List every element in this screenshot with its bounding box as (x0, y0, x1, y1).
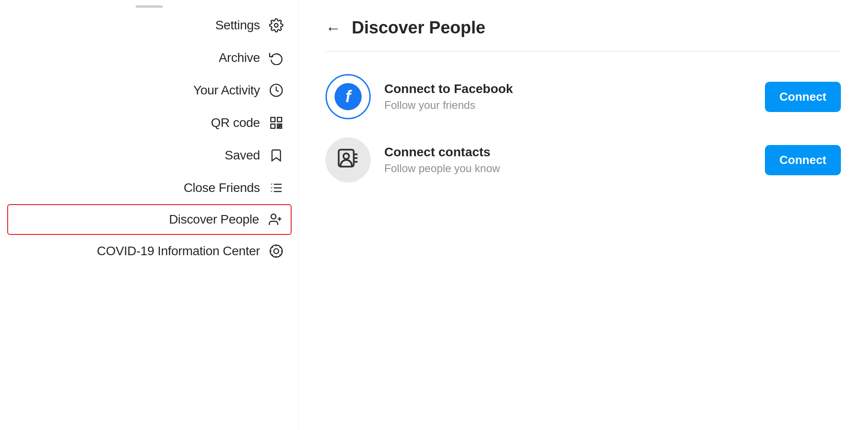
facebook-connect-subtitle: Follow your friends (384, 99, 751, 112)
sidebar-item-your-activity[interactable]: Your Activity (0, 74, 284, 107)
svg-rect-6 (278, 124, 279, 126)
back-button[interactable]: ← (326, 20, 341, 36)
facebook-connect-button[interactable]: Connect (765, 82, 841, 112)
svg-line-25 (272, 247, 273, 248)
contacts-connect-subtitle: Follow people you know (384, 162, 751, 175)
covid-icon (268, 243, 284, 259)
contacts-connect-button[interactable]: Connect (765, 145, 841, 175)
contacts-connect-title: Connect contacts (384, 145, 751, 159)
svg-rect-4 (278, 117, 282, 122)
sidebar-item-settings[interactable]: Settings (0, 9, 284, 42)
archive-icon (268, 50, 284, 66)
qr-code-icon (268, 115, 284, 131)
svg-rect-5 (271, 124, 275, 128)
svg-rect-8 (278, 127, 279, 128)
svg-point-20 (274, 249, 279, 254)
page-title: Discover People (352, 18, 486, 37)
saved-icon (268, 147, 284, 164)
settings-icon (268, 17, 284, 33)
facebook-connect-title: Connect to Facebook (384, 82, 751, 96)
contacts-icon-circle (326, 137, 371, 182)
contacts-icon (337, 147, 359, 173)
svg-line-28 (280, 247, 281, 248)
facebook-connect-text: Connect to Facebook Follow your friends (384, 82, 751, 112)
svg-point-0 (274, 23, 278, 27)
sidebar-item-close-friends[interactable]: Close Friends (0, 172, 284, 204)
svg-rect-7 (280, 124, 282, 126)
sidebar-item-saved[interactable]: Saved (0, 139, 284, 172)
contacts-connect-text: Connect contacts Follow people you know (384, 145, 751, 175)
discover-people-icon (267, 211, 283, 228)
svg-point-16 (271, 214, 276, 219)
svg-marker-15 (271, 190, 273, 192)
facebook-icon-circle: f (326, 74, 371, 119)
drag-handle (136, 5, 163, 8)
sidebar-item-archive[interactable]: Archive (0, 42, 284, 74)
svg-rect-3 (271, 117, 275, 122)
connect-contacts-option: Connect contacts Follow people you know … (326, 137, 841, 182)
svg-line-26 (280, 255, 281, 256)
sidebar-item-qr-code[interactable]: QR code (0, 107, 284, 139)
svg-line-27 (272, 255, 273, 256)
svg-point-30 (344, 153, 349, 159)
connect-facebook-option: f Connect to Facebook Follow your friend… (326, 74, 841, 119)
left-menu-panel: Settings Archive Your Activity Q (0, 0, 298, 430)
sidebar-item-discover-people[interactable]: Discover People (7, 204, 292, 235)
sidebar-item-covid[interactable]: COVID-19 Information Center (0, 235, 284, 267)
facebook-logo: f (335, 83, 362, 110)
svg-marker-14 (271, 187, 273, 188)
detail-header: ← Discover People (326, 18, 841, 37)
right-detail-panel: ← Discover People f Connect to Facebook … (298, 0, 868, 430)
header-divider (326, 51, 841, 51)
close-friends-icon (268, 180, 284, 196)
svg-rect-9 (280, 126, 282, 128)
svg-marker-13 (271, 183, 273, 185)
activity-icon (268, 82, 284, 98)
